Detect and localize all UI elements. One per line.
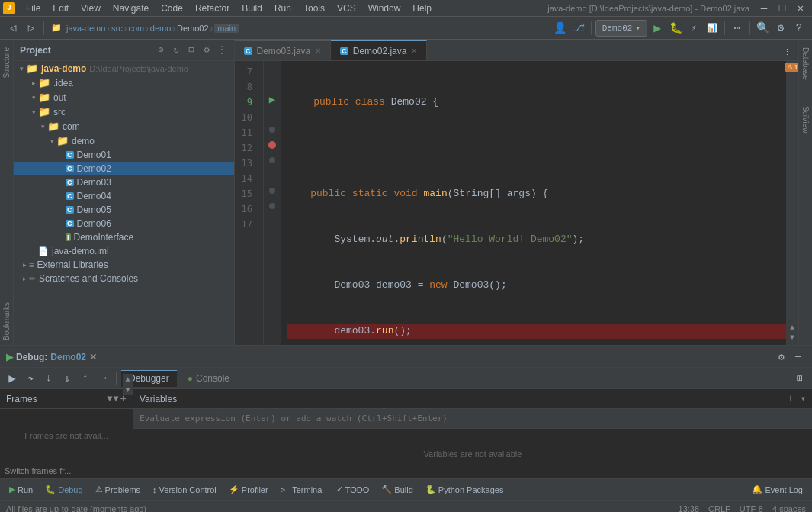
- search-everywhere-icon[interactable]: 🔍: [754, 20, 771, 37]
- tree-item-demo06[interactable]: ▸ C Demo06: [14, 217, 234, 230]
- tree-item-idea[interactable]: ▸ 📁 .idea: [14, 76, 234, 90]
- run-configuration-selector[interactable]: Demo02 ▾: [595, 20, 647, 37]
- event-log-btn[interactable]: 🔔 Event Log: [746, 483, 809, 496]
- bookmarks-tab[interactable]: Bookmarks: [1, 298, 12, 345]
- status-encoding[interactable]: UTF-8: [740, 504, 763, 513]
- tree-item-out[interactable]: ▾ 📁 out: [14, 90, 234, 105]
- editor-tab-demo02[interactable]: C Demo02.java ✕: [331, 40, 427, 60]
- toolbar-forward-icon[interactable]: ▷: [23, 20, 40, 37]
- warning-badge[interactable]: ⚠ 1: [785, 63, 799, 72]
- toolbar-user-icon[interactable]: 👤: [552, 20, 569, 37]
- menu-refactor[interactable]: Refactor: [189, 2, 236, 15]
- tree-expand-icon[interactable]: ▾: [38, 123, 47, 130]
- debug-step-out-btn[interactable]: ↑: [78, 371, 93, 386]
- run-tool-btn[interactable]: ▶ Run: [3, 483, 39, 496]
- python-packages-btn[interactable]: 🐍 Python Packages: [419, 483, 510, 496]
- debug-tool-btn[interactable]: 🐛 Debug: [39, 483, 88, 496]
- todo-btn[interactable]: ✓ TODO: [330, 483, 376, 496]
- evaluate-expression-input[interactable]: [133, 409, 812, 429]
- tree-item-iml[interactable]: ▸ 📄 java-demo.iml: [14, 244, 234, 258]
- settings-icon[interactable]: ⚙: [201, 44, 213, 56]
- tree-item-demointerface[interactable]: ▸ I DemoInterface: [14, 230, 234, 244]
- tree-item-demo[interactable]: ▾ 📁 demo: [14, 134, 234, 148]
- tree-expand-icon[interactable]: ▾: [29, 94, 38, 101]
- debug-minimize-icon[interactable]: —: [791, 349, 806, 365]
- collapse-all-icon[interactable]: ⊟: [185, 44, 197, 56]
- toolbar-git-icon[interactable]: ⎇: [570, 20, 587, 37]
- menu-window[interactable]: Window: [362, 2, 407, 15]
- menu-tools[interactable]: Tools: [297, 2, 331, 15]
- toolbar-back-icon[interactable]: ◁: [5, 20, 21, 37]
- debug-resume-btn[interactable]: ▶: [5, 371, 20, 386]
- build-btn[interactable]: 🔨 Build: [375, 483, 419, 496]
- maximize-button[interactable]: □: [774, 0, 791, 17]
- settings-icon[interactable]: ⚙: [772, 20, 789, 37]
- menu-run[interactable]: Run: [268, 2, 297, 15]
- tree-item-src[interactable]: ▾ 📁 src: [14, 105, 234, 119]
- debug-force-step-into-btn[interactable]: ⇓: [59, 371, 75, 386]
- debug-session-close-icon[interactable]: ✕: [89, 352, 97, 362]
- tree-item-demo01[interactable]: ▸ C Demo01: [14, 148, 234, 162]
- menu-edit[interactable]: Edit: [47, 2, 75, 15]
- problems-tool-btn[interactable]: ⚠ Problems: [89, 483, 146, 496]
- tree-expand-icon[interactable]: ▸: [29, 79, 38, 87]
- database-tab[interactable]: Database: [800, 43, 811, 85]
- tree-expand-icon[interactable]: ▾: [17, 65, 26, 72]
- code-area[interactable]: 7 8 9 10 11 12 13 14 15 16 17 ▶: [235, 61, 798, 345]
- profile-button[interactable]: 📊: [704, 20, 721, 37]
- debug-step-into-btn[interactable]: ↓: [41, 371, 56, 386]
- scroll-down-icon[interactable]: ▼: [790, 333, 794, 342]
- tree-expand-icon[interactable]: ▾: [47, 137, 56, 145]
- variables-add-icon[interactable]: +: [784, 392, 798, 406]
- sciview-tab[interactable]: SciView: [800, 101, 811, 137]
- menu-view[interactable]: View: [75, 2, 107, 15]
- terminal-btn[interactable]: >_ Terminal: [274, 484, 330, 496]
- console-tab[interactable]: ● Console: [180, 370, 237, 387]
- tree-root[interactable]: ▾ 📁 java-demo D:\IdeaProjects\java-demo: [14, 61, 234, 76]
- coverage-button[interactable]: ⚡: [685, 20, 702, 37]
- debug-restore-layout-icon[interactable]: ⊞: [792, 371, 807, 386]
- run-button[interactable]: ▶: [649, 20, 666, 37]
- tree-item-scratches[interactable]: ▸ ✏ Scratches and Consoles: [14, 272, 234, 285]
- tree-expand-icon[interactable]: ▸: [20, 261, 29, 269]
- tree-item-demo04[interactable]: ▸ C Demo04: [14, 189, 234, 203]
- status-crlf[interactable]: CRLF: [708, 504, 730, 513]
- filter-down-icon[interactable]: ▼: [113, 394, 118, 404]
- close-button[interactable]: ✕: [792, 0, 809, 17]
- status-indent[interactable]: 4 spaces: [772, 504, 806, 513]
- menu-help[interactable]: Help: [406, 2, 438, 15]
- version-control-btn[interactable]: ↕ Version Control: [146, 484, 223, 496]
- menu-vcs[interactable]: VCS: [331, 2, 362, 15]
- toolbar-recent-files-icon[interactable]: 📁: [48, 20, 65, 37]
- tree-item-demo02[interactable]: ▸ C Demo02: [14, 162, 234, 175]
- menu-file[interactable]: File: [20, 2, 47, 15]
- structure-tab[interactable]: Structure: [1, 43, 12, 83]
- minimize-button[interactable]: —: [756, 0, 772, 17]
- switch-frames[interactable]: Switch frames fr...: [0, 462, 133, 478]
- tree-expand-icon[interactable]: ▾: [29, 108, 38, 116]
- tree-expand-icon[interactable]: ▸: [20, 275, 29, 282]
- debug-run-to-cursor-btn[interactable]: →: [96, 371, 111, 386]
- tab-close-icon[interactable]: ✕: [411, 47, 417, 55]
- debug-settings-icon[interactable]: ⚙: [774, 349, 789, 365]
- scroll-up-icon[interactable]: ▲: [790, 324, 794, 332]
- sync-icon[interactable]: ↻: [170, 44, 182, 56]
- debug-button[interactable]: 🐛: [667, 20, 684, 37]
- profiler-btn[interactable]: ⚡ Profiler: [223, 483, 274, 496]
- add-icon[interactable]: ⊕: [155, 44, 167, 56]
- help-icon[interactable]: ?: [791, 20, 807, 37]
- debug-step-over-btn[interactable]: ↷: [23, 371, 38, 386]
- variables-expand-icon[interactable]: ▾: [801, 393, 806, 404]
- scroll-down-icon[interactable]: ▼: [123, 389, 133, 395]
- debug-session-label[interactable]: Demo02: [50, 352, 86, 362]
- filter-icon[interactable]: ▼: [107, 394, 112, 404]
- toolbar-more-btn[interactable]: ⋯: [729, 20, 746, 37]
- menu-navigate[interactable]: Navigate: [107, 2, 155, 15]
- more-icon[interactable]: ⋮: [216, 44, 228, 56]
- tree-item-demo05[interactable]: ▸ C Demo05: [14, 203, 234, 217]
- editor-tab-demo03[interactable]: C Demo03.java ✕: [235, 40, 331, 60]
- tab-close-icon[interactable]: ✕: [315, 47, 321, 55]
- menu-build[interactable]: Build: [236, 2, 268, 15]
- menu-code[interactable]: Code: [155, 2, 189, 15]
- tree-item-com[interactable]: ▾ 📁 com: [14, 119, 234, 134]
